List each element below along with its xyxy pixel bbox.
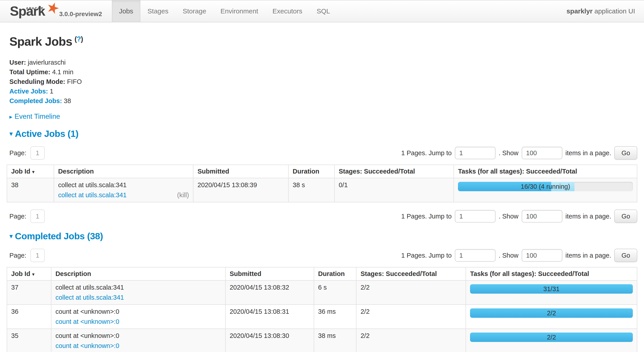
event-timeline-toggle[interactable]: ▸Event Timeline	[10, 112, 637, 120]
go-button[interactable]: Go	[614, 210, 637, 223]
header-submitted[interactable]: Submitted	[226, 267, 314, 280]
page-label: Page:	[10, 252, 26, 259]
page-title: Spark Jobs(?)	[10, 34, 637, 48]
tab-executors[interactable]: Executors	[266, 0, 310, 22]
show-label: . Show	[499, 213, 518, 220]
job-description-link[interactable]: collect at utils.scala:341	[56, 294, 124, 301]
header-submitted[interactable]: Submitted	[193, 165, 288, 178]
job-id-cell: 38	[7, 178, 54, 202]
page-size-input[interactable]	[522, 249, 562, 262]
page-size-input[interactable]	[522, 147, 562, 159]
tasks-progress-bar: 2/2	[470, 308, 633, 318]
table-header-row: Job Id▾ Description Submitted Duration S…	[7, 165, 637, 178]
tab-sql[interactable]: SQL	[310, 0, 337, 22]
description-cell: count at <unknown>:0 count at <unknown>:…	[51, 304, 226, 329]
description-cell: collect at utils.scala:341 collect at ut…	[51, 280, 226, 304]
page-label: Page:	[10, 150, 26, 157]
tab-environment[interactable]: Environment	[213, 0, 265, 22]
spark-brand: APACHE Spark ★ 3.0.0-preview2	[0, 0, 108, 22]
collapse-icon: ▾	[10, 130, 13, 137]
submitted-cell: 2020/04/15 13:08:32	[226, 280, 314, 304]
job-id-cell: 36	[7, 304, 51, 329]
application-suffix: application UI	[592, 8, 635, 15]
completed-jobs-heading[interactable]: ▾Completed Jobs (38)	[10, 231, 637, 242]
spark-star-icon: ★	[44, 0, 62, 17]
job-description-link[interactable]: count at <unknown>:0	[56, 342, 119, 350]
tab-jobs[interactable]: Jobs	[112, 0, 140, 22]
go-button[interactable]: Go	[614, 146, 637, 160]
summary-scheduling-mode: Scheduling Mode: FIFO	[10, 77, 637, 86]
active-jobs-pagination-top: Page: 1 1 Pages. Jump to . Show items in…	[10, 146, 637, 160]
page-size-input[interactable]	[522, 210, 562, 222]
duration-cell: 38 ms	[314, 329, 356, 352]
header-description[interactable]: Description	[54, 165, 193, 178]
job-summary: User: javierluraschi Total Uptime: 4.1 m…	[10, 58, 637, 106]
submitted-cell: 2020/04/15 13:08:31	[226, 304, 314, 329]
page-title-text: Spark Jobs	[10, 35, 72, 48]
pages-info: 1 Pages. Jump to	[401, 252, 452, 259]
tasks-cell: 31/31	[466, 280, 637, 304]
current-page-button[interactable]: 1	[30, 249, 45, 262]
question-icon: ?	[77, 35, 81, 43]
header-tasks[interactable]: Tasks (for all stages): Succeeded/Total	[466, 267, 637, 280]
kill-job-link[interactable]: (kill)	[177, 192, 189, 199]
current-page-button[interactable]: 1	[30, 146, 45, 160]
tasks-cell: 16/30 (4 running)	[454, 178, 637, 202]
header-job-id[interactable]: Job Id▾	[7, 165, 54, 178]
active-jobs-link[interactable]: Active Jobs:	[10, 88, 48, 95]
stages-cell: 2/2	[356, 280, 466, 304]
tasks-progress-bar: 31/31	[470, 284, 633, 294]
active-jobs-pagination-bottom: Page: 1 1 Pages. Jump to . Show items in…	[10, 210, 637, 223]
jump-to-page-input[interactable]	[455, 147, 496, 159]
stages-cell: 2/2	[356, 304, 466, 329]
current-page-button[interactable]: 1	[30, 210, 45, 223]
spark-version: 3.0.0-preview2	[59, 10, 102, 18]
tasks-cell: 2/2	[466, 304, 637, 329]
items-label: items in a page.	[566, 252, 611, 259]
help-link[interactable]: (?)	[74, 35, 83, 43]
tab-storage[interactable]: Storage	[176, 0, 213, 22]
job-description-link[interactable]: count at <unknown>:0	[56, 318, 119, 326]
pages-info: 1 Pages. Jump to	[401, 150, 452, 157]
jump-to-page-input[interactable]	[455, 210, 496, 222]
job-description-link[interactable]: collect at utils.scala:341	[58, 192, 126, 199]
progress-label: 2/2	[470, 308, 633, 318]
header-description[interactable]: Description	[51, 267, 226, 280]
job-id-cell: 35	[7, 329, 51, 352]
header-tasks[interactable]: Tasks (for all stages): Succeeded/Total	[454, 165, 637, 178]
application-title: sparklyr application UI	[566, 0, 644, 22]
completed-jobs-table: Job Id▾ Description Submitted Duration S…	[7, 267, 637, 352]
go-button[interactable]: Go	[614, 249, 637, 262]
active-jobs-heading[interactable]: ▾Active Jobs (1)	[10, 128, 637, 139]
duration-cell: 38 s	[288, 178, 334, 202]
progress-label: 2/2	[470, 332, 633, 342]
spark-wordmark: Spark	[10, 4, 45, 18]
description-cell: count at <unknown>:0 count at <unknown>:…	[51, 329, 226, 352]
stages-cell: 2/2	[356, 329, 466, 352]
sort-desc-icon: ▾	[32, 169, 34, 175]
application-name: sparklyr	[566, 8, 592, 15]
header-stages[interactable]: Stages: Succeeded/Total	[334, 165, 454, 178]
header-duration[interactable]: Duration	[288, 165, 334, 178]
tab-stages[interactable]: Stages	[140, 0, 176, 22]
table-row: 37 collect at utils.scala:341 collect at…	[7, 280, 637, 304]
duration-cell: 36 ms	[314, 304, 356, 329]
job-id-cell: 37	[7, 280, 51, 304]
summary-active-jobs: Active Jobs: 1	[10, 86, 637, 96]
table-header-row: Job Id▾ Description Submitted Duration S…	[7, 267, 637, 280]
apache-label: APACHE	[26, 6, 44, 10]
progress-label: 16/30 (4 running)	[458, 182, 633, 191]
show-label: . Show	[499, 150, 518, 157]
header-job-id[interactable]: Job Id▾	[7, 267, 51, 280]
table-row: 36 count at <unknown>:0 count at <unknow…	[7, 304, 637, 329]
header-stages[interactable]: Stages: Succeeded/Total	[356, 267, 466, 280]
submitted-cell: 2020/04/15 13:08:39	[193, 178, 288, 202]
top-navbar: APACHE Spark ★ 3.0.0-preview2 Jobs Stage…	[0, 0, 644, 22]
summary-uptime: Total Uptime: 4.1 min	[10, 67, 637, 77]
pager-controls: 1 Pages. Jump to . Show items in a page.…	[398, 210, 637, 223]
completed-jobs-link[interactable]: Completed Jobs:	[10, 97, 62, 104]
active-jobs-table: Job Id▾ Description Submitted Duration S…	[7, 164, 637, 202]
items-label: items in a page.	[566, 150, 611, 157]
jump-to-page-input[interactable]	[455, 249, 496, 262]
header-duration[interactable]: Duration	[314, 267, 356, 280]
